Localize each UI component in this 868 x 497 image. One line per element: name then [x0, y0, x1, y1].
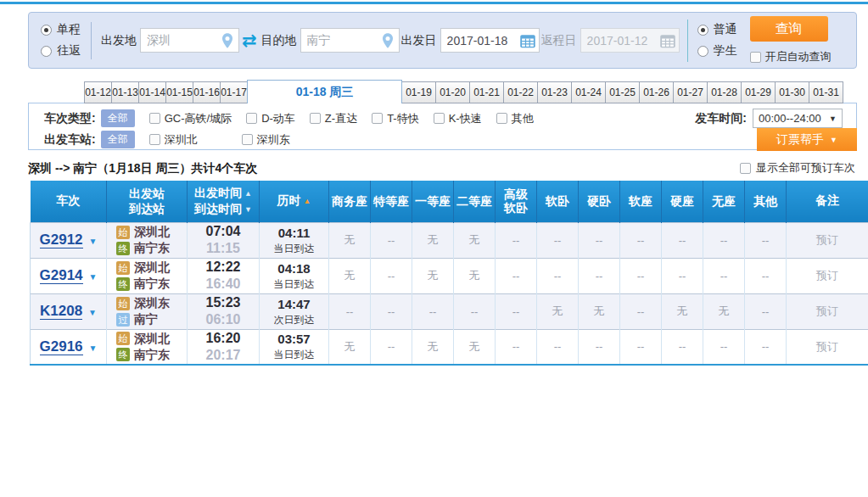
train-type-checkbox[interactable] [434, 113, 445, 124]
station-option[interactable]: 深圳北 [149, 132, 213, 148]
station-line: 始深圳北 [107, 260, 187, 276]
date-tab-selected[interactable]: 01-18 周三 [247, 80, 402, 103]
date-tab[interactable]: 01-16 [193, 81, 221, 103]
to-input[interactable] [301, 29, 378, 52]
return-date-input[interactable] [581, 29, 658, 52]
results-summary: 深圳 --> 南宁（1月18日 周三）共计4个车次 [28, 161, 257, 175]
train-type-checkbox[interactable] [496, 113, 507, 124]
train-link[interactable]: K1208 [40, 303, 82, 320]
from-input[interactable] [141, 29, 217, 52]
date-tab[interactable]: 01-26 [639, 81, 674, 103]
train-cell: G2916▼ [31, 329, 107, 365]
swap-cities-icon[interactable]: ⇄ [242, 32, 257, 49]
date-tab[interactable]: 01-12 [84, 81, 112, 103]
query-cluster: 查询 开启自动查询 [750, 16, 832, 64]
train-link[interactable]: G2912 [40, 232, 83, 248]
train-type-option[interactable]: Z-直达 [310, 111, 357, 126]
train-type-checkbox[interactable] [310, 113, 321, 124]
train-row: G2914▼始深圳北终南宁东12:2216:4004:18当日到达无--无无--… [31, 258, 868, 293]
seat-cell: -- [703, 222, 745, 258]
results-bar: 深圳 --> 南宁（1月18日 周三）共计4个车次 显示全部可预订车次 [28, 160, 857, 176]
date-tab[interactable]: 01-27 [673, 81, 708, 103]
train-link[interactable]: G2914 [40, 267, 83, 284]
station-checkbox[interactable] [242, 134, 253, 145]
seat-cell: -- [537, 222, 579, 258]
sort-down-icon[interactable]: ▼ [244, 205, 252, 214]
seat-cell: -- [579, 329, 620, 365]
date-tab[interactable]: 01-19 [401, 81, 436, 103]
duration-cell: 03:57当日到达 [260, 329, 329, 365]
booking-helper-button[interactable]: 订票帮手 ▼ [757, 128, 857, 151]
reserve-button[interactable]: 预订 [816, 233, 838, 246]
date-tab[interactable]: 01-29 [741, 81, 776, 103]
reserve-button[interactable]: 预订 [816, 269, 838, 282]
show-all-option[interactable]: 显示全部可预订车次 [740, 160, 855, 176]
date-tab[interactable]: 01-23 [537, 81, 572, 103]
date-tab[interactable]: 01-30 [775, 81, 809, 103]
depart-date-input[interactable] [441, 29, 518, 52]
train-type-checkbox[interactable] [372, 113, 383, 124]
to-station-name: 南宁东 [134, 240, 170, 256]
duration-column-header[interactable]: 历时▲ [260, 181, 329, 222]
station-all-badge[interactable]: 全部 [101, 131, 135, 148]
round-trip-radio[interactable] [41, 46, 52, 57]
seat-cell: 无 [329, 222, 371, 258]
seat-cell: -- [537, 329, 579, 365]
seat-cell: -- [371, 293, 412, 329]
train-type-checkbox[interactable] [149, 113, 160, 124]
reserve-button[interactable]: 预订 [816, 304, 838, 317]
note-cell: 预订 [787, 329, 868, 365]
train-row: G2912▼始深圳北终南宁东07:0411:1504:11当日到达无--无无--… [31, 222, 868, 258]
calendar-icon-disabled [659, 32, 676, 49]
date-tab[interactable]: 01-25 [605, 81, 640, 103]
train-type-option[interactable]: GC-高铁/城际 [149, 111, 232, 126]
train-type-option[interactable]: D-动车 [246, 111, 295, 126]
expand-caret-icon[interactable]: ▼ [89, 272, 98, 282]
one-way-option[interactable]: 单程 [41, 22, 90, 37]
seat-cell: -- [579, 258, 620, 293]
date-tab[interactable]: 01-13 [111, 81, 139, 103]
date-tab[interactable]: 01-15 [165, 81, 193, 103]
date-tab[interactable]: 01-31 [809, 81, 843, 103]
time-column-header[interactable]: 出发时间▲ 到达时间▼ [188, 181, 260, 222]
station-line: 始深圳北 [107, 224, 187, 240]
round-trip-option[interactable]: 往返 [41, 43, 90, 59]
one-way-radio[interactable] [41, 25, 52, 36]
train-type-option[interactable]: T-特快 [372, 111, 419, 126]
station-checkbox[interactable] [149, 134, 160, 145]
date-tab[interactable]: 01-22 [503, 81, 538, 103]
depart-time-select[interactable]: 00:00--24:00 ▼ [753, 109, 843, 128]
station-line: 终南宁东 [107, 240, 187, 256]
expand-caret-icon[interactable]: ▼ [88, 308, 97, 317]
date-tabs: 01-1201-1301-1401-1501-1601-1701-18 周三01… [85, 81, 843, 103]
train-type-all-badge[interactable]: 全部 [101, 109, 135, 127]
query-button[interactable]: 查询 [750, 16, 828, 42]
train-type-option[interactable]: K-快速 [434, 111, 482, 126]
date-tab[interactable]: 01-24 [571, 81, 606, 103]
reserve-button[interactable]: 预订 [816, 340, 838, 353]
date-tab[interactable]: 01-28 [707, 81, 742, 103]
student-label: 学生 [714, 43, 737, 59]
normal-radio[interactable] [697, 25, 708, 36]
sort-up-icon-active[interactable]: ▲ [304, 197, 311, 205]
date-tab[interactable]: 01-14 [138, 81, 166, 103]
auto-query-checkbox[interactable] [750, 52, 761, 63]
sort-up-icon[interactable]: ▲ [244, 189, 252, 198]
calendar-icon[interactable] [519, 32, 536, 49]
student-option[interactable]: 学生 [697, 43, 736, 59]
train-link[interactable]: G2916 [40, 338, 83, 355]
normal-option[interactable]: 普通 [697, 22, 736, 37]
date-tab[interactable]: 01-20 [435, 81, 470, 103]
station-option[interactable]: 深圳东 [242, 132, 305, 148]
expand-caret-icon[interactable]: ▼ [89, 237, 98, 246]
date-tab[interactable]: 01-21 [469, 81, 504, 103]
train-type-option[interactable]: 其他 [496, 111, 534, 126]
date-tab[interactable]: 01-17 [220, 81, 248, 103]
show-all-checkbox[interactable] [740, 163, 751, 174]
expand-caret-icon[interactable]: ▼ [89, 343, 98, 353]
seat-cell: -- [371, 258, 412, 293]
student-radio[interactable] [697, 46, 708, 57]
chevron-down-icon: ▼ [829, 114, 837, 123]
train-type-checkbox[interactable] [246, 113, 257, 124]
auto-query-option[interactable]: 开启自动查询 [750, 49, 832, 64]
